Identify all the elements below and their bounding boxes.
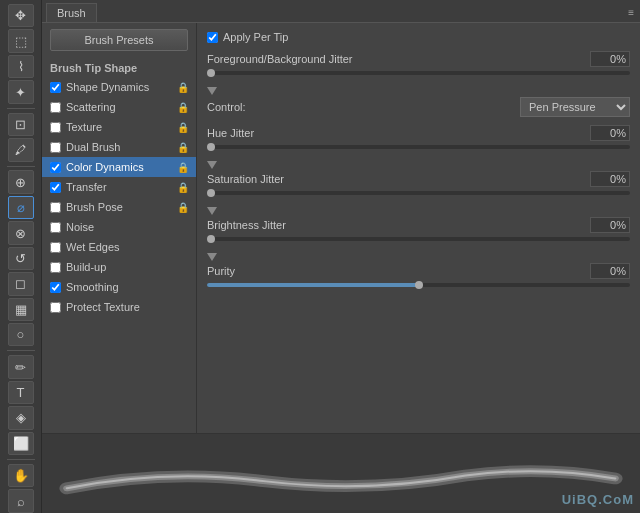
divider-1 — [7, 108, 35, 109]
texture-label: Texture — [66, 121, 178, 133]
hue-jitter-row: Hue Jitter — [207, 125, 630, 141]
brush-option-brush-pose[interactable]: Brush Pose 🔒 — [42, 197, 196, 217]
purity-slider-fill — [207, 283, 419, 287]
dual-brush-lock-icon: 🔒 — [178, 141, 188, 153]
fg-bg-jitter-slider-track[interactable] — [207, 71, 630, 75]
buildup-checkbox[interactable] — [50, 262, 61, 273]
fg-bg-jitter-row: Foreground/Background Jitter — [207, 51, 630, 67]
wet-edges-checkbox[interactable] — [50, 242, 61, 253]
triangle-indicator-4[interactable] — [207, 253, 217, 261]
brush-presets-button[interactable]: Brush Presets — [50, 29, 188, 51]
purity-slider-track[interactable] — [207, 283, 630, 287]
brush-option-shape-dynamics[interactable]: Shape Dynamics 🔒 — [42, 77, 196, 97]
path-select-tool[interactable]: ◈ — [8, 406, 34, 429]
brightness-jitter-slider-track[interactable] — [207, 237, 630, 241]
divider-3 — [7, 350, 35, 351]
color-dynamics-label: Color Dynamics — [66, 161, 178, 173]
sat-jitter-slider-thumb[interactable] — [207, 189, 215, 197]
apply-per-tip-checkbox[interactable] — [207, 32, 218, 43]
brush-preview-area: UiBQ.CoM — [42, 433, 640, 513]
texture-checkbox[interactable] — [50, 122, 61, 133]
type-tool[interactable]: T — [8, 381, 34, 404]
dodge-tool[interactable]: ○ — [8, 323, 34, 346]
triangle-indicator-2[interactable] — [207, 161, 217, 169]
brightness-jitter-slider-thumb[interactable] — [207, 235, 215, 243]
shape-dynamics-label: Shape Dynamics — [66, 81, 178, 93]
shape-dynamics-lock-icon: 🔒 — [178, 81, 188, 93]
hue-jitter-input[interactable] — [590, 125, 630, 141]
move-tool[interactable]: ✥ — [8, 4, 34, 27]
triangle-indicator-3[interactable] — [207, 207, 217, 215]
brush-tool[interactable]: ⌀ — [8, 196, 34, 219]
smoothing-label: Smoothing — [66, 281, 188, 293]
zoom-tool[interactable]: ⌕ — [8, 489, 34, 512]
brush-tab[interactable]: Brush — [46, 3, 97, 22]
transfer-lock-icon: 🔒 — [178, 181, 188, 193]
panel-menu-btn[interactable]: ≡ — [622, 3, 640, 22]
brush-pose-lock-icon: 🔒 — [178, 201, 188, 213]
purity-input[interactable] — [590, 263, 630, 279]
brush-option-wet-edges[interactable]: Wet Edges — [42, 237, 196, 257]
scattering-checkbox[interactable] — [50, 102, 61, 113]
brush-tip-shape-label: Brush Tip Shape — [42, 59, 196, 77]
dual-brush-checkbox[interactable] — [50, 142, 61, 153]
brush-right-column: Apply Per Tip Foreground/Background Jitt… — [197, 23, 640, 433]
sat-jitter-row: Saturation Jitter — [207, 171, 630, 187]
purity-slider-row — [207, 283, 630, 289]
brush-pose-label: Brush Pose — [66, 201, 178, 213]
brush-pose-checkbox[interactable] — [50, 202, 61, 213]
brightness-jitter-input[interactable] — [590, 217, 630, 233]
clone-tool[interactable]: ⊗ — [8, 221, 34, 244]
brush-option-color-dynamics[interactable]: Color Dynamics 🔒 — [42, 157, 196, 177]
crop-tool[interactable]: ⊡ — [8, 113, 34, 136]
magic-wand-tool[interactable]: ✦ — [8, 80, 34, 103]
noise-checkbox[interactable] — [50, 222, 61, 233]
sat-jitter-input[interactable] — [590, 171, 630, 187]
scattering-lock-icon: 🔒 — [178, 101, 188, 113]
hue-jitter-slider-thumb[interactable] — [207, 143, 215, 151]
shape-dynamics-checkbox[interactable] — [50, 82, 61, 93]
select-tool[interactable]: ⬚ — [8, 29, 34, 52]
triangle-indicator-1[interactable] — [207, 87, 217, 95]
sat-jitter-slider-track[interactable] — [207, 191, 630, 195]
purity-slider-thumb[interactable] — [415, 281, 423, 289]
eyedropper-tool[interactable]: 🖍 — [8, 138, 34, 161]
panel-wrapper: Brush ≡ Brush Presets Brush Tip Shape Sh… — [42, 0, 640, 513]
brush-panel-body: Brush Presets Brush Tip Shape Shape Dyna… — [42, 23, 640, 433]
smoothing-checkbox[interactable] — [50, 282, 61, 293]
brush-panel: Brush Presets Brush Tip Shape Shape Dyna… — [42, 23, 640, 513]
divider-4 — [7, 459, 35, 460]
gradient-tool[interactable]: ▦ — [8, 298, 34, 321]
transfer-label: Transfer — [66, 181, 178, 193]
brush-option-buildup[interactable]: Build-up — [42, 257, 196, 277]
brush-option-transfer[interactable]: Transfer 🔒 — [42, 177, 196, 197]
fg-bg-jitter-input[interactable] — [590, 51, 630, 67]
brush-option-protect-texture[interactable]: Protect Texture — [42, 297, 196, 317]
lasso-tool[interactable]: ⌇ — [8, 55, 34, 78]
brush-option-scattering[interactable]: Scattering 🔒 — [42, 97, 196, 117]
color-dynamics-checkbox[interactable] — [50, 162, 61, 173]
sat-jitter-slider-row — [207, 191, 630, 197]
brush-option-texture[interactable]: Texture 🔒 — [42, 117, 196, 137]
hand-tool[interactable]: ✋ — [8, 464, 34, 487]
brightness-jitter-label: Brightness Jitter — [207, 219, 590, 231]
eraser-tool[interactable]: ◻ — [8, 272, 34, 295]
brightness-jitter-row: Brightness Jitter — [207, 217, 630, 233]
control-label: Control: — [207, 101, 246, 113]
pen-tool[interactable]: ✏ — [8, 355, 34, 378]
hue-jitter-slider-track[interactable] — [207, 145, 630, 149]
control-select[interactable]: Pen Pressure Off Fade Pen Tilt Stylus Wh… — [520, 97, 630, 117]
brush-option-dual-brush[interactable]: Dual Brush 🔒 — [42, 137, 196, 157]
noise-label: Noise — [66, 221, 188, 233]
history-brush-tool[interactable]: ↺ — [8, 247, 34, 270]
shape-tool[interactable]: ⬜ — [8, 432, 34, 455]
transfer-checkbox[interactable] — [50, 182, 61, 193]
protect-texture-checkbox[interactable] — [50, 302, 61, 313]
brush-option-smoothing[interactable]: Smoothing — [42, 277, 196, 297]
fg-bg-jitter-slider-thumb[interactable] — [207, 69, 215, 77]
heal-tool[interactable]: ⊕ — [8, 170, 34, 193]
scattering-label: Scattering — [66, 101, 178, 113]
apply-per-tip-label: Apply Per Tip — [223, 31, 288, 43]
brush-option-noise[interactable]: Noise — [42, 217, 196, 237]
color-dynamics-lock-icon: 🔒 — [178, 161, 188, 173]
